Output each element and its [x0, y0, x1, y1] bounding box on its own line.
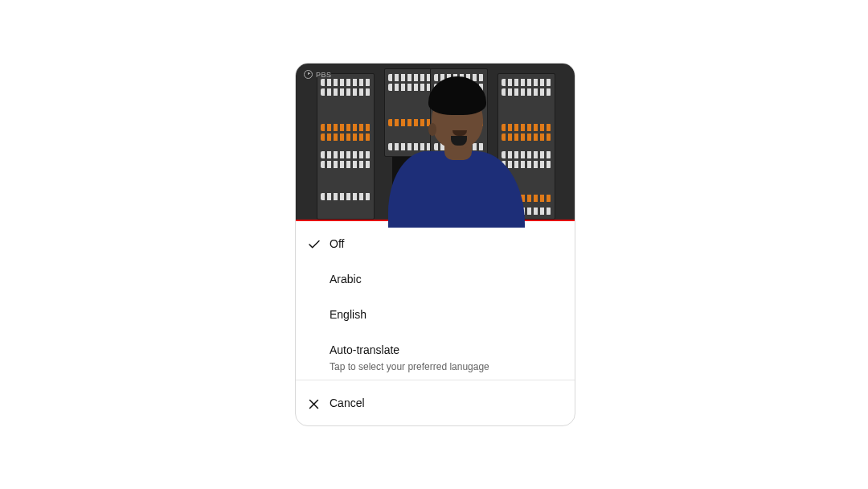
caption-option-subtitle: Tap to select your preferred lanugage — [330, 360, 489, 373]
captions-menu: Off Arabic English Auto-translate Tap to… — [296, 221, 575, 380]
check-icon — [307, 236, 330, 252]
pbs-logo-icon — [304, 70, 313, 79]
caption-option-label: Auto-translate — [330, 342, 489, 358]
caption-option-label: Arabic — [330, 271, 362, 287]
video-speaker — [388, 83, 525, 220]
cancel-button[interactable]: Cancel — [296, 380, 575, 425]
caption-option-label: Off — [330, 236, 344, 252]
caption-option-arabic[interactable]: Arabic — [296, 263, 575, 298]
caption-option-off[interactable]: Off — [296, 228, 575, 263]
caption-option-auto-translate[interactable]: Auto-translate Tap to select your prefer… — [296, 334, 575, 381]
caption-option-english[interactable]: English — [296, 298, 575, 334]
close-icon — [307, 396, 330, 411]
video-thumbnail[interactable]: PBS — [296, 64, 575, 221]
cancel-label: Cancel — [330, 395, 365, 411]
caption-option-label: English — [330, 306, 366, 323]
channel-logo-text: PBS — [316, 71, 332, 79]
channel-logo: PBS — [304, 70, 332, 79]
captions-sheet: PBS Off Arabic English — [295, 63, 575, 426]
